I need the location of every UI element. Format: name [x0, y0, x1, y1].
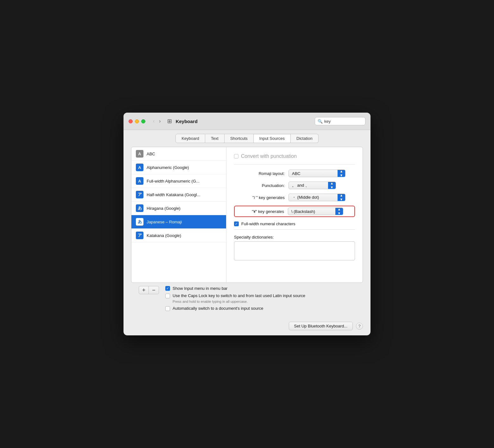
search-box: 🔍 ✕: [315, 117, 365, 125]
sidebar-item-halfwidth-katakana-label: Half-width Katakana (Googl...: [147, 192, 200, 197]
slash-label: "/ " key generates: [234, 195, 285, 200]
hiragana-icon: あ: [136, 204, 143, 212]
search-icon: 🔍: [318, 119, 323, 124]
sidebar-item-alphanumeric[interactable]: A Alphanumeric (Google): [131, 161, 226, 174]
auto-switch-checkbox[interactable]: [165, 306, 170, 311]
keyboard-preferences-window: ‹ › ⊞ Keyboard 🔍 ✕ Keyboard Text Shortcu…: [124, 113, 370, 335]
romaji-dropdown[interactable]: ABC ▲ ▼: [288, 170, 345, 177]
bottom-row: + − ✓ Show Input menu in menu bar Use th…: [131, 283, 363, 311]
divider-2: [234, 229, 355, 230]
fullwidth-checkbox[interactable]: ✓: [234, 221, 239, 226]
convert-label: Convert with punctuation: [241, 153, 297, 159]
fullwidth-row: ✓ Full-width numeral characters: [234, 221, 355, 226]
specialty-label: Specialty dictionaries:: [234, 235, 355, 240]
sidebar-item-katakana-label: Katakana (Google): [147, 233, 181, 238]
divider-1: [234, 164, 355, 165]
sidebar-item-abc-label: ABC: [147, 152, 155, 156]
remove-input-source-button[interactable]: −: [149, 286, 159, 294]
main-panel: A ABC A Alphanumeric (Google) A Full-wid…: [131, 147, 363, 283]
window-title: Keyboard: [176, 119, 311, 124]
caps-lock-label: Use the Caps Lock key to switch to and f…: [173, 293, 305, 298]
help-button[interactable]: ?: [356, 323, 363, 330]
punctuation-row: Punctuation: 。 and 、 ▲ ▼: [234, 182, 355, 189]
footer: Set Up Bluetooth Keyboard... ?: [124, 317, 370, 335]
convert-checkbox[interactable]: [234, 154, 238, 159]
detail-panel: Convert with punctuation Romaji layout: …: [226, 147, 363, 283]
tab-text[interactable]: Text: [205, 134, 225, 143]
sidebar-item-hiragana[interactable]: あ Hiragana (Google): [131, 202, 226, 215]
yen-label: "¥" key generates: [237, 209, 284, 214]
bluetooth-keyboard-button[interactable]: Set Up Bluetooth Keyboard...: [289, 322, 353, 330]
sidebar-item-katakana[interactable]: ア Katakana (Google): [131, 229, 226, 242]
grid-icon[interactable]: ⊞: [167, 118, 172, 125]
katakana-icon: ア: [136, 232, 143, 239]
sidebar-item-japanese-romaji-label: Japanese – Romaji: [147, 220, 182, 224]
caps-lock-row: Use the Caps Lock key to switch to and f…: [165, 293, 305, 298]
yen-row: "¥" key generates \ (Backslash) ▲ ▼: [234, 206, 355, 217]
yen-value: \ (Backslash): [288, 209, 335, 214]
tab-input-sources[interactable]: Input Sources: [254, 134, 291, 143]
tab-shortcuts[interactable]: Shortcuts: [225, 134, 254, 143]
close-button[interactable]: [129, 119, 133, 123]
add-input-source-button[interactable]: +: [139, 286, 149, 294]
traffic-lights: [129, 119, 145, 123]
tab-dictation[interactable]: Dictation: [291, 134, 319, 143]
nav-buttons: ‹ ›: [152, 118, 162, 124]
minimize-button[interactable]: [135, 119, 139, 123]
titlebar: ‹ › ⊞ Keyboard 🔍 ✕: [124, 113, 370, 130]
bottom-options: ✓ Show Input menu in menu bar Use the Ca…: [165, 286, 305, 311]
show-input-menu-label: Show Input menu in menu bar: [173, 286, 227, 291]
slash-row: "/ " key generates ・ (Middle dot) ▲ ▼: [234, 194, 355, 201]
maximize-button[interactable]: [141, 119, 145, 123]
tab-bar: Keyboard Text Shortcuts Input Sources Di…: [124, 130, 370, 147]
punctuation-label: Punctuation:: [234, 183, 285, 188]
sidebar: A ABC A Alphanumeric (Google) A Full-wid…: [131, 147, 226, 283]
forward-button[interactable]: ›: [158, 118, 162, 124]
yen-dropdown[interactable]: \ (Backslash) ▲ ▼: [288, 208, 343, 215]
show-input-menu-row: ✓ Show Input menu in menu bar: [165, 286, 305, 291]
slash-value: ・ (Middle dot): [289, 195, 338, 200]
abc-icon: A: [136, 150, 143, 158]
specialty-box: [234, 241, 355, 260]
back-button[interactable]: ‹: [152, 118, 156, 124]
sidebar-item-fullwidth[interactable]: A Full-width Alphanumeric (G...: [131, 174, 226, 188]
search-input[interactable]: [324, 119, 370, 124]
romaji-label: Romaji layout:: [234, 171, 285, 176]
sidebar-item-alphanumeric-label: Alphanumeric (Google): [147, 165, 189, 170]
caps-lock-hint: Press and hold to enable typing in all u…: [173, 300, 305, 303]
sidebar-item-halfwidth-katakana[interactable]: ア Half-width Katakana (Googl...: [131, 188, 226, 202]
show-input-menu-checkbox[interactable]: ✓: [165, 286, 170, 291]
main-content: A ABC A Alphanumeric (Google) A Full-wid…: [124, 147, 370, 317]
tab-keyboard[interactable]: Keyboard: [175, 134, 205, 143]
japanese-romaji-icon: あ: [136, 218, 143, 226]
specialty-section: Specialty dictionaries:: [234, 235, 355, 260]
punctuation-dropdown-arrow: ▲ ▼: [328, 182, 336, 189]
convert-row: Convert with punctuation: [234, 153, 355, 159]
romaji-dropdown-arrow: ▲ ▼: [338, 170, 345, 177]
alphanumeric-icon: A: [136, 164, 143, 171]
romaji-value: ABC: [289, 171, 338, 176]
fullwidth-label: Full-width numeral characters: [241, 221, 295, 226]
romaji-row: Romaji layout: ABC ▲ ▼: [234, 170, 355, 177]
yen-dropdown-arrow: ▲ ▼: [335, 208, 343, 215]
auto-switch-row: Automatically switch to a document's inp…: [165, 306, 305, 311]
slash-dropdown[interactable]: ・ (Middle dot) ▲ ▼: [288, 194, 345, 201]
halfwidth-katakana-icon: ア: [136, 191, 143, 198]
add-remove-buttons: + −: [139, 286, 159, 294]
sidebar-item-hiragana-label: Hiragana (Google): [147, 206, 180, 211]
punctuation-dropdown[interactable]: 。 and 、 ▲ ▼: [288, 182, 336, 189]
fullwidth-icon: A: [136, 177, 143, 185]
auto-switch-label: Automatically switch to a document's inp…: [173, 306, 263, 311]
sidebar-item-abc[interactable]: A ABC: [131, 147, 226, 161]
slash-dropdown-arrow: ▲ ▼: [338, 194, 345, 201]
sidebar-item-japanese-romaji[interactable]: あ Japanese – Romaji: [131, 215, 226, 229]
caps-lock-checkbox[interactable]: [165, 294, 170, 298]
sidebar-item-fullwidth-label: Full-width Alphanumeric (G...: [147, 179, 200, 184]
punctuation-value: 。 and 、: [289, 183, 328, 188]
